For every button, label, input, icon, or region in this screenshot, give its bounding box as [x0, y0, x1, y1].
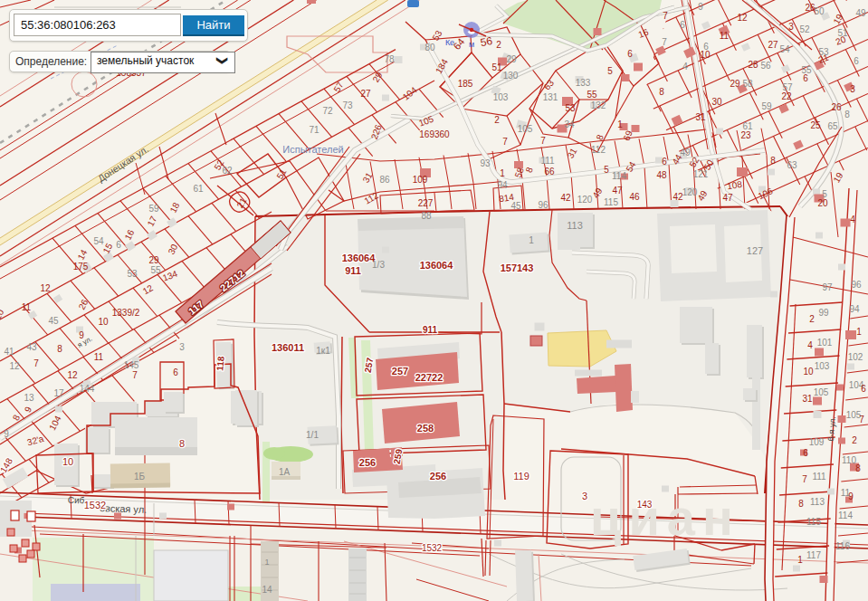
svg-text:45: 45 — [510, 201, 521, 211]
svg-text:6: 6 — [173, 367, 178, 377]
svg-text:2: 2 — [852, 435, 857, 445]
svg-text:5: 5 — [822, 189, 827, 199]
svg-text:71: 71 — [309, 125, 320, 135]
svg-text:130: 130 — [503, 71, 519, 81]
svg-text:7: 7 — [662, 37, 667, 47]
svg-text:5: 5 — [607, 66, 613, 76]
svg-text:42: 42 — [560, 193, 571, 203]
svg-text:55: 55 — [150, 265, 161, 275]
svg-text:6: 6 — [854, 56, 859, 66]
svg-text:59: 59 — [148, 204, 159, 214]
svg-text:7: 7 — [502, 137, 508, 147]
svg-text:2: 2 — [809, 314, 815, 324]
svg-text:1А: 1А — [279, 467, 291, 477]
svg-text:3: 3 — [850, 84, 855, 94]
svg-text:9: 9 — [4, 429, 9, 439]
svg-text:63: 63 — [787, 160, 797, 170]
svg-text:144: 144 — [80, 384, 95, 394]
svg-text:31: 31 — [695, 112, 706, 122]
svg-text:59: 59 — [761, 101, 772, 111]
svg-text:6: 6 — [803, 448, 808, 458]
svg-text:м: м — [469, 40, 474, 49]
svg-text:34: 34 — [564, 119, 575, 129]
svg-text:101: 101 — [817, 338, 833, 348]
svg-text:7: 7 — [540, 136, 546, 146]
svg-text:136011: 136011 — [272, 342, 304, 353]
svg-text:99: 99 — [818, 308, 829, 318]
svg-text:1: 1 — [797, 555, 803, 565]
svg-text:8: 8 — [844, 110, 850, 119]
svg-text:94: 94 — [497, 180, 508, 190]
svg-text:86: 86 — [379, 175, 390, 185]
svg-text:овская ул.: овская ул. — [100, 502, 148, 515]
svg-text:4: 4 — [807, 340, 813, 350]
svg-text:1: 1 — [264, 558, 269, 567]
svg-text:73: 73 — [342, 100, 353, 110]
svg-text:58: 58 — [742, 79, 753, 89]
svg-text:11: 11 — [841, 488, 851, 498]
svg-text:29: 29 — [506, 54, 517, 64]
svg-text:49: 49 — [855, 8, 866, 18]
svg-text:6: 6 — [703, 42, 709, 52]
svg-text:257: 257 — [392, 366, 408, 377]
svg-text:911: 911 — [423, 325, 438, 335]
svg-text:6: 6 — [627, 49, 633, 59]
svg-text:256: 256 — [359, 457, 376, 468]
svg-text:175: 175 — [73, 262, 89, 272]
svg-text:29: 29 — [148, 255, 159, 265]
svg-text:8: 8 — [57, 344, 62, 354]
svg-text:94: 94 — [849, 304, 860, 314]
svg-text:22722: 22722 — [415, 372, 444, 383]
svg-text:29: 29 — [730, 79, 740, 89]
svg-text:53: 53 — [565, 103, 576, 113]
svg-text:8: 8 — [179, 438, 185, 449]
svg-text:47: 47 — [722, 193, 733, 203]
svg-text:185: 185 — [458, 79, 473, 89]
svg-text:61: 61 — [193, 184, 204, 194]
svg-text:227: 227 — [418, 198, 434, 208]
svg-text:12: 12 — [737, 13, 748, 23]
svg-text:1: 1 — [856, 327, 862, 337]
svg-text:109: 109 — [809, 437, 825, 447]
svg-text:2: 2 — [494, 115, 500, 125]
svg-text:1/3: 1/3 — [372, 260, 385, 270]
svg-text:132: 132 — [591, 100, 606, 110]
svg-text:120: 120 — [682, 187, 698, 197]
svg-text:10: 10 — [62, 456, 73, 467]
svg-text:47: 47 — [612, 186, 623, 196]
svg-text:80: 80 — [424, 43, 435, 52]
svg-text:6: 6 — [680, 20, 685, 30]
svg-text:12: 12 — [67, 370, 78, 380]
svg-text:11: 11 — [22, 302, 32, 312]
svg-text:43: 43 — [26, 342, 37, 352]
svg-text:119: 119 — [513, 471, 529, 482]
svg-text:7: 7 — [33, 358, 39, 368]
svg-text:41: 41 — [4, 347, 14, 357]
svg-text:54: 54 — [93, 236, 104, 246]
svg-text:7: 7 — [663, 11, 668, 21]
svg-text:143: 143 — [637, 500, 653, 510]
svg-text:46: 46 — [629, 192, 640, 202]
svg-text:133: 133 — [576, 78, 591, 88]
svg-text:1532: 1532 — [422, 543, 443, 553]
svg-text:145: 145 — [124, 360, 139, 370]
svg-text:Испытателей: Испытателей — [282, 144, 343, 155]
svg-text:57: 57 — [782, 82, 793, 92]
svg-text:102: 102 — [848, 352, 863, 362]
svg-text:136064: 136064 — [342, 253, 377, 263]
svg-text:256: 256 — [430, 471, 446, 482]
svg-text:9: 9 — [698, 2, 703, 12]
svg-text:110: 110 — [842, 455, 856, 465]
svg-text:3: 3 — [582, 491, 587, 501]
svg-text:8: 8 — [855, 463, 861, 473]
svg-text:1: 1 — [529, 235, 534, 245]
svg-text:52: 52 — [799, 24, 810, 34]
svg-text:54: 54 — [779, 44, 790, 54]
svg-text:9: 9 — [79, 330, 84, 340]
svg-text:6: 6 — [861, 384, 866, 394]
svg-text:8: 8 — [770, 156, 776, 166]
svg-text:13: 13 — [24, 393, 34, 403]
svg-text:113: 113 — [567, 220, 583, 231]
svg-text:49: 49 — [680, 148, 691, 157]
svg-text:11: 11 — [94, 352, 104, 362]
